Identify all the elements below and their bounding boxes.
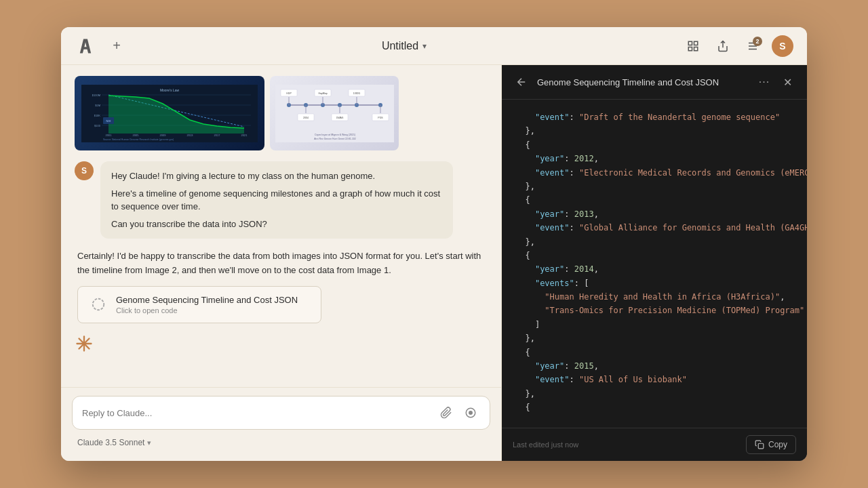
close-panel-button[interactable]: ✕ xyxy=(778,73,796,91)
settings-button[interactable]: 2 xyxy=(742,35,764,57)
header-right: 2 S xyxy=(682,35,793,57)
chat-area[interactable]: Moore's Law $100M $1M $10K $100 xyxy=(61,65,501,387)
claude-response-text: Certainly! I'd be happy to transcribe th… xyxy=(77,249,485,278)
svg-point-55 xyxy=(93,299,104,310)
svg-rect-3 xyxy=(694,47,698,50)
footer-status: Last edited just now xyxy=(513,441,578,449)
svg-text:$10K: $10K xyxy=(94,114,101,117)
loading-indicator xyxy=(75,334,488,353)
svg-text:HapMap: HapMap xyxy=(318,92,327,95)
app-window: + Untitled ▾ xyxy=(61,27,807,461)
voice-button[interactable] xyxy=(461,403,480,422)
svg-text:Ann Rev Genom Hum Genet 22:81-: Ann Rev Genom Hum Genet 22:81-102 xyxy=(314,138,356,140)
notification-badge: 2 xyxy=(753,37,762,46)
svg-text:2004: 2004 xyxy=(303,117,309,119)
claude-response: Certainly! I'd be happy to transcribe th… xyxy=(75,249,488,323)
user-message-bubble: Hey Claude! I'm giving a lecture to my c… xyxy=(100,161,453,239)
user-avatar[interactable]: S xyxy=(772,35,793,57)
svg-text:$100: $100 xyxy=(94,124,101,127)
attach-button[interactable] xyxy=(437,403,456,422)
svg-text:2013: 2013 xyxy=(187,134,194,137)
title-chevron-icon: ▾ xyxy=(422,41,427,51)
left-panel: Moore's Law $100M $1M $10K $100 xyxy=(61,65,502,461)
svg-rect-2 xyxy=(688,47,692,50)
conversation-title: Untitled xyxy=(382,40,418,52)
more-options-button[interactable]: ··· xyxy=(755,73,773,91)
main-content: Moore's Law $100M $1M $10K $100 xyxy=(61,65,807,461)
header: + Untitled ▾ xyxy=(61,27,807,65)
svg-text:Source: National Human Genome : Source: National Human Genome Research I… xyxy=(103,138,174,141)
svg-text:2005: 2005 xyxy=(133,134,140,137)
artifact-card[interactable]: Genome Sequencing Timeline and Cost JSON… xyxy=(77,286,321,323)
code-content[interactable]: "event": "Draft of the Neandertal genome… xyxy=(502,100,807,428)
user-message: S Hey Claude! I'm giving a lecture to my… xyxy=(75,161,488,239)
svg-text:2001: 2001 xyxy=(106,134,113,137)
model-selector[interactable]: Claude 3.5 Sonnet ▾ xyxy=(72,435,490,450)
right-panel: Genome Sequencing Timeline and Cost JSON… xyxy=(502,65,807,461)
svg-text:Caper/organ at Migeon & Wang (: Caper/organ at Migeon & Wang (2021) xyxy=(314,134,355,136)
claude-loading-logo xyxy=(75,334,94,353)
svg-text:2017: 2017 xyxy=(214,134,221,137)
model-chevron-icon: ▾ xyxy=(147,439,151,447)
artifact-info: Genome Sequencing Timeline and Cost JSON… xyxy=(116,295,310,314)
svg-text:NIH: NIH xyxy=(106,119,111,123)
user-message-line1: Hey Claude! I'm giving a lecture to my c… xyxy=(111,169,442,183)
svg-text:2009: 2009 xyxy=(160,134,167,137)
svg-text:1000G: 1000G xyxy=(353,92,360,95)
svg-rect-0 xyxy=(688,41,692,45)
svg-text:$100M: $100M xyxy=(92,94,100,97)
anthropic-logo xyxy=(75,35,96,57)
code-panel-header-right: ··· ✕ xyxy=(755,73,796,91)
input-area: Claude 3.5 Sonnet ▾ xyxy=(61,387,501,461)
code-panel-title: Genome Sequencing Timeline and Cost JSON xyxy=(537,77,719,87)
svg-text:GWAS: GWAS xyxy=(336,117,343,119)
user-message-line3: Can you transcribe the data into JSON? xyxy=(111,218,442,231)
copy-button-label: Copy xyxy=(768,440,787,449)
copy-button[interactable]: Copy xyxy=(746,435,796,454)
svg-text:Moore's Law: Moore's Law xyxy=(160,88,180,92)
artifact-subtitle: Click to open code xyxy=(116,306,310,314)
cost-chart-image: Moore's Law $100M $1M $10K $100 xyxy=(75,76,264,150)
user-message-avatar: S xyxy=(75,161,94,180)
svg-rect-1 xyxy=(694,41,698,45)
svg-rect-62 xyxy=(758,443,764,449)
svg-text:2021: 2021 xyxy=(241,134,248,137)
user-message-line2: Here's a timeline of genome sequencing m… xyxy=(111,187,442,214)
message-input[interactable] xyxy=(82,408,431,418)
artifact-title: Genome Sequencing Timeline and Cost JSON xyxy=(116,295,310,305)
code-panel-header: Genome Sequencing Timeline and Cost JSON… xyxy=(502,65,807,100)
timeline-chart-image: HGP 2004 HapMap GWAS 1000G PGS Cape xyxy=(270,76,399,150)
svg-point-61 xyxy=(469,411,473,415)
artifact-loading-icon xyxy=(89,295,108,314)
image-previews: Moore's Law $100M $1M $10K $100 xyxy=(75,76,488,150)
back-button[interactable] xyxy=(513,73,530,91)
header-left: + xyxy=(75,35,126,57)
svg-text:$1M: $1M xyxy=(95,104,100,107)
share-button[interactable] xyxy=(712,35,734,57)
add-conversation-button[interactable]: + xyxy=(107,37,126,56)
model-name: Claude 3.5 Sonnet xyxy=(77,438,144,447)
svg-text:HGP: HGP xyxy=(286,92,292,95)
title-area[interactable]: Untitled ▾ xyxy=(382,40,427,52)
input-icons xyxy=(437,403,480,422)
input-box xyxy=(72,396,490,430)
chart-button[interactable] xyxy=(682,35,704,57)
code-panel-footer: Last edited just now Copy xyxy=(502,428,807,461)
code-panel-header-left: Genome Sequencing Timeline and Cost JSON xyxy=(513,73,719,91)
svg-text:PGS: PGS xyxy=(378,117,383,119)
